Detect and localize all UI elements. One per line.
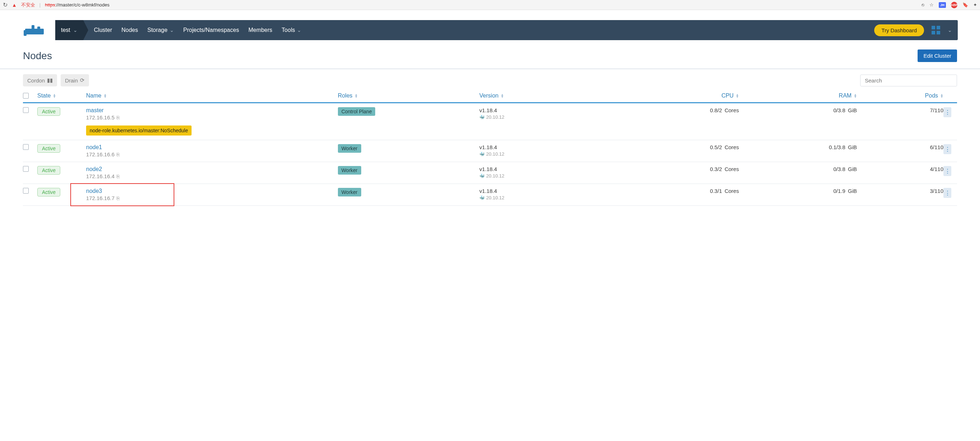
extension-jh-icon[interactable]: JH bbox=[939, 2, 946, 8]
col-roles[interactable]: Roles▲▼ bbox=[338, 92, 480, 99]
col-version[interactable]: Version▲▼ bbox=[479, 92, 621, 99]
edit-cluster-button[interactable]: Edit Cluster bbox=[918, 49, 957, 62]
table-row: Active node1 172.16.16.6 ⎘ Worker v1.18.… bbox=[23, 140, 957, 162]
row-checkbox[interactable] bbox=[23, 107, 29, 113]
cpu-cell: 0.3/2 Cores bbox=[621, 166, 739, 172]
table-row: Active master 172.16.16.5 ⎘ node-role.ku… bbox=[23, 103, 957, 140]
ram-cell: 0/1.9 GiB bbox=[739, 188, 857, 194]
cordon-button[interactable]: Cordon ▮▮ bbox=[23, 74, 57, 86]
role-badge: Control Plane bbox=[338, 107, 375, 116]
try-dashboard-button[interactable]: Try Dashboard bbox=[874, 24, 924, 36]
row-actions-button[interactable]: ⋮ bbox=[943, 107, 951, 117]
status-badge: Active bbox=[37, 107, 60, 116]
docker-version: 🐳 20.10.12 bbox=[479, 151, 504, 157]
svg-rect-5 bbox=[932, 26, 935, 29]
cpu-cell: 0.8/2 Cores bbox=[621, 107, 739, 113]
nav-nodes[interactable]: Nodes bbox=[121, 27, 138, 33]
node-name-cell: master 172.16.16.5 ⎘ node-role.kubernete… bbox=[86, 107, 192, 135]
share-icon[interactable]: ⎋ bbox=[921, 2, 924, 8]
status-badge: Active bbox=[37, 144, 60, 153]
nav-storage[interactable]: Storage ⌄ bbox=[148, 27, 174, 33]
table-row: Active node2 172.16.16.4 ⎘ Worker v1.18.… bbox=[23, 162, 957, 184]
nav-cluster[interactable]: Cluster bbox=[94, 27, 112, 33]
svg-rect-0 bbox=[25, 29, 44, 35]
ram-cell: 0.1/3.8 GiB bbox=[739, 144, 857, 150]
browser-address-bar: ↻ ▲ 不安全 | https://master/c/c-w8mkf/nodes… bbox=[0, 0, 980, 10]
docker-version: 🐳 20.10.12 bbox=[479, 114, 504, 120]
table-row: Active node3 172.16.16.7 ⎘ Worker v1.18.… bbox=[23, 184, 957, 206]
col-cpu[interactable]: CPU▲▼ bbox=[621, 92, 739, 99]
chevron-down-icon[interactable]: ⌄ bbox=[948, 27, 952, 33]
chevron-down-icon: ⌄ bbox=[170, 27, 174, 33]
refresh-icon: ⟳ bbox=[80, 77, 85, 84]
copy-icon[interactable]: ⎘ bbox=[116, 115, 119, 121]
warning-icon: ▲ bbox=[12, 2, 17, 8]
apps-grid-icon[interactable] bbox=[931, 25, 941, 35]
page-title: Nodes bbox=[23, 50, 52, 62]
row-checkbox[interactable] bbox=[23, 166, 29, 172]
cpu-cell: 0.3/1 Cores bbox=[621, 188, 739, 194]
version-text: v1.18.4 bbox=[479, 166, 497, 172]
node-ip: 172.16.16.7 ⎘ bbox=[86, 195, 119, 201]
nav-tools[interactable]: Tools ⌄ bbox=[282, 27, 301, 33]
row-actions-button[interactable]: ⋮ bbox=[943, 188, 951, 198]
svg-rect-6 bbox=[937, 26, 940, 29]
row-actions-button[interactable]: ⋮ bbox=[943, 166, 951, 176]
main-nav: test ⌄ Cluster Nodes Storage ⌄ Projects/… bbox=[55, 20, 958, 40]
url-display[interactable]: https://master/c/c-w8mkf/nodes bbox=[45, 2, 110, 8]
row-checkbox[interactable] bbox=[23, 188, 29, 194]
extension-abp-icon[interactable]: ABP bbox=[951, 2, 958, 8]
col-name[interactable]: Name▲▼ bbox=[86, 92, 338, 99]
nav-projects[interactable]: Projects/Namespaces bbox=[183, 27, 239, 33]
node-name-cell: node3 172.16.16.7 ⎘ bbox=[86, 188, 119, 201]
docker-version: 🐳 20.10.12 bbox=[479, 173, 504, 179]
taint-badge: node-role.kubernetes.io/master:NoSchedul… bbox=[86, 125, 192, 135]
node-ip: 172.16.16.6 ⎘ bbox=[86, 151, 119, 157]
rancher-logo[interactable] bbox=[22, 23, 48, 37]
svg-rect-2 bbox=[32, 25, 35, 30]
search-input[interactable] bbox=[860, 75, 957, 86]
row-actions-button[interactable]: ⋮ bbox=[943, 144, 951, 154]
col-ram[interactable]: RAM▲▼ bbox=[739, 92, 857, 99]
version-text: v1.18.4 bbox=[479, 188, 497, 194]
drain-button[interactable]: Drain ⟳ bbox=[60, 74, 89, 86]
cluster-selector[interactable]: test ⌄ bbox=[55, 20, 83, 40]
copy-icon[interactable]: ⎘ bbox=[116, 173, 119, 179]
insecure-label: 不安全 bbox=[21, 2, 35, 8]
node-name-cell: node1 172.16.16.6 ⎘ bbox=[86, 144, 119, 157]
extensions-icon[interactable]: ✦ bbox=[973, 2, 977, 8]
docker-icon: 🐳 bbox=[479, 115, 485, 120]
docker-icon: 🐳 bbox=[479, 173, 485, 179]
version-text: v1.18.4 bbox=[479, 144, 497, 150]
node-ip: 172.16.16.4 ⎘ bbox=[86, 173, 119, 179]
nav-members[interactable]: Members bbox=[248, 27, 272, 33]
node-name-link[interactable]: node3 bbox=[86, 188, 102, 194]
col-state[interactable]: State▲▼ bbox=[37, 92, 86, 99]
docker-version: 🐳 20.10.12 bbox=[479, 195, 504, 200]
refresh-icon[interactable]: ↻ bbox=[3, 2, 8, 8]
divider: | bbox=[40, 2, 41, 8]
bookmark-icon[interactable]: 🔖 bbox=[963, 2, 968, 8]
node-name-link[interactable]: master bbox=[86, 107, 103, 114]
pods-cell: 7/110 bbox=[857, 107, 943, 113]
svg-point-4 bbox=[44, 30, 45, 32]
node-name-cell: node2 172.16.16.4 ⎘ bbox=[86, 166, 119, 179]
select-all-checkbox[interactable] bbox=[23, 93, 29, 98]
col-pods[interactable]: Pods▲▼ bbox=[857, 92, 943, 99]
ram-cell: 0/3.8 GiB bbox=[739, 107, 857, 113]
copy-icon[interactable]: ⎘ bbox=[116, 195, 119, 201]
docker-icon: 🐳 bbox=[479, 152, 485, 157]
role-badge: Worker bbox=[338, 144, 361, 153]
version-text: v1.18.4 bbox=[479, 107, 497, 113]
node-ip: 172.16.16.5 ⎘ bbox=[86, 114, 119, 121]
svg-rect-1 bbox=[24, 30, 27, 36]
pods-cell: 3/110 bbox=[857, 188, 943, 194]
copy-icon[interactable]: ⎘ bbox=[116, 152, 119, 157]
node-name-link[interactable]: node1 bbox=[86, 144, 102, 151]
row-checkbox[interactable] bbox=[23, 144, 29, 150]
star-icon[interactable]: ☆ bbox=[929, 2, 934, 8]
svg-rect-7 bbox=[932, 31, 935, 35]
svg-rect-8 bbox=[937, 31, 940, 35]
role-badge: Worker bbox=[338, 166, 361, 174]
node-name-link[interactable]: node2 bbox=[86, 166, 102, 173]
